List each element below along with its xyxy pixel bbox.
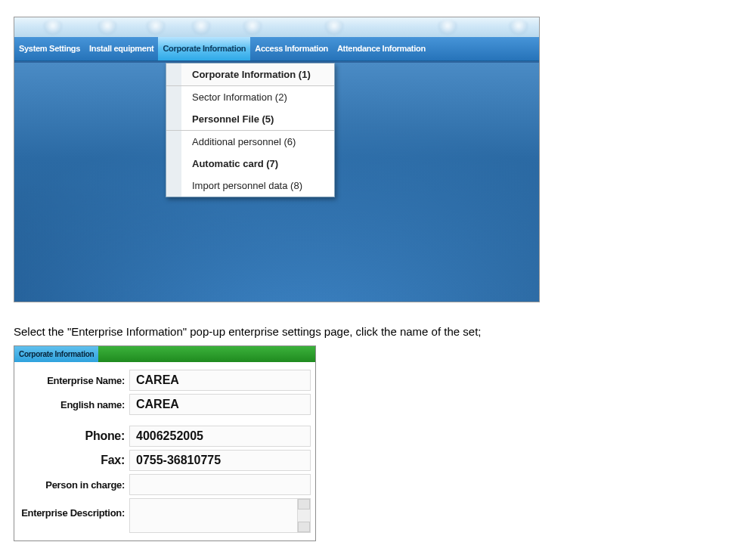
form-body: Enterprise Name: CAREA English name: CAR… xyxy=(14,362,315,540)
scroll-down-button[interactable] xyxy=(298,522,310,532)
form-titlebar: Corporate Information xyxy=(14,346,315,362)
field-enterprise-name[interactable]: CAREA xyxy=(129,370,311,391)
menubar: System Settings Install equipment Corpor… xyxy=(14,37,539,61)
field-phone[interactable]: 4006252005 xyxy=(129,426,311,447)
dropdown-item-automatic-card[interactable]: Automatic card (7) xyxy=(166,153,334,175)
menu-corporate-information[interactable]: Corporate Information xyxy=(158,37,250,60)
scroll-track[interactable] xyxy=(298,509,310,522)
label-enterprise-name: Enterprise Name: xyxy=(19,375,129,386)
toolbar-blur xyxy=(14,17,539,37)
dropdown-item-sector-information[interactable]: Sector Information (2) xyxy=(166,86,334,108)
dropdown-item-import-personnel-data[interactable]: Import personnel data (8) xyxy=(166,175,334,197)
form-window: Corporate Information Enterprise Name: C… xyxy=(14,345,316,541)
form-title: Corporate Information xyxy=(14,346,98,362)
app-window: System Settings Install equipment Corpor… xyxy=(14,17,540,302)
field-enterprise-description[interactable] xyxy=(129,498,311,533)
scroll-up-button[interactable] xyxy=(298,499,310,509)
menu-install-equipment[interactable]: Install equipment xyxy=(85,37,158,60)
dropdown-item-additional-personnel[interactable]: Additional personnel (6) xyxy=(166,131,334,153)
label-phone: Phone: xyxy=(19,429,129,443)
label-person-in-charge: Person in charge: xyxy=(19,479,129,491)
menu-attendance-information[interactable]: Attendance Information xyxy=(333,37,430,60)
menu-access-information[interactable]: Access Information xyxy=(250,37,333,60)
dropdown-corporate-information: Corporate Information (1) Sector Informa… xyxy=(166,63,335,197)
textarea-scrollbar[interactable] xyxy=(297,499,310,532)
workarea: Corporate Information (1) Sector Informa… xyxy=(14,63,539,302)
label-fax: Fax: xyxy=(19,454,129,467)
field-person-in-charge[interactable] xyxy=(129,474,311,495)
menu-system-settings[interactable]: System Settings xyxy=(14,37,85,60)
field-english-name[interactable]: CAREA xyxy=(129,394,311,415)
dropdown-item-personnel-file[interactable]: Personnel File (5) xyxy=(166,108,334,130)
dropdown-item-corporate-information[interactable]: Corporate Information (1) xyxy=(166,63,334,85)
field-fax[interactable]: 0755-36810775 xyxy=(129,450,311,471)
caption-text: Select the "Enterprise Information" pop-… xyxy=(14,325,742,338)
label-enterprise-description: Enterprise Description: xyxy=(19,498,129,519)
label-english-name: English name: xyxy=(19,399,129,410)
